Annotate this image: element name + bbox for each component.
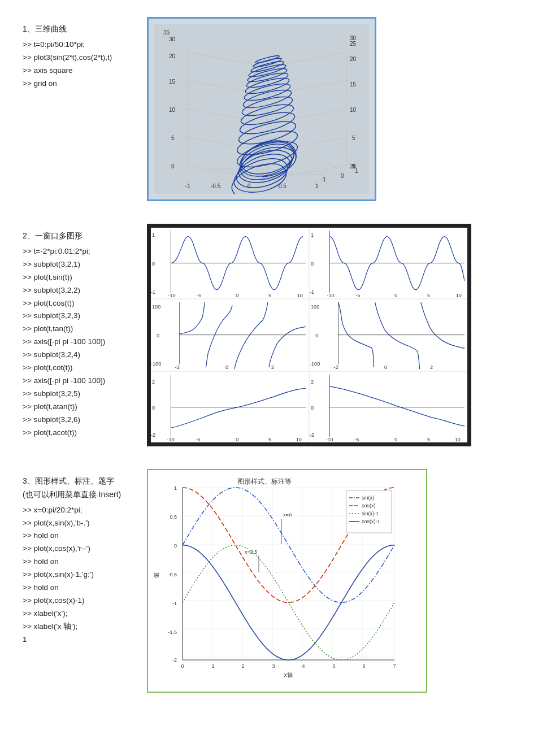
svg-text:-0.5: -0.5	[168, 572, 177, 577]
svg-text:-1: -1	[321, 176, 326, 183]
svg-text:-5: -5	[197, 293, 201, 298]
svg-text:0: 0	[236, 293, 238, 298]
x-axis-label: x轴	[284, 672, 293, 678]
subplot-sin: 1 0 -1 -10 -5 0 5 10	[151, 228, 309, 298]
plot3-title: 图形样式、标注等	[237, 477, 292, 485]
page: 1、三维曲线 >> t=0:pi/50:10*pi; >> plot3(sin(…	[0, 0, 534, 732]
subplot-atan: 2 0 -2 -10 -5 0 5 10	[151, 372, 309, 442]
svg-text:35: 35	[163, 29, 170, 36]
svg-text:0: 0	[157, 333, 159, 338]
plot2-inner: 1 0 -1 -10 -5 0 5 10	[151, 228, 467, 442]
svg-text:10: 10	[297, 293, 303, 298]
section1-text: 1、三维曲线 >> t=0:pi/50:10*pi; >> plot3(sin(…	[23, 17, 147, 90]
svg-text:x=π: x=π	[283, 512, 292, 518]
cmd: >> hold on	[23, 555, 136, 568]
cmd: >> plot(t,cot(t))	[23, 362, 136, 375]
svg-text:0: 0	[236, 437, 238, 442]
cmd: >> xlabel('x');	[23, 607, 136, 620]
svg-text:30: 30	[350, 35, 357, 41]
cmd: >> plot(t,sin(t))	[23, 271, 136, 284]
svg-text:-10: -10	[327, 293, 334, 298]
svg-text:cos(x): cos(x)	[362, 503, 376, 509]
svg-text:-2: -2	[151, 432, 155, 437]
subplot-cot: 100 0 -100 -2 0 2	[310, 299, 467, 370]
cmd: >> axis([-pi pi -100 100])	[23, 336, 136, 349]
cmd: >> subplot(3,2,4)	[23, 349, 136, 362]
cmd: >> subplot(3,2,6)	[23, 414, 136, 427]
cmd: >> plot(t,cos(t))	[23, 297, 136, 310]
section3-text: 3、图形样式、标注、题字 (也可以利用菜单直接 Insert) >> x=0:p…	[23, 469, 147, 646]
svg-text:sin(x)-1: sin(x)-1	[362, 511, 379, 516]
y-axis-label: 值	[153, 572, 159, 578]
svg-text:10: 10	[455, 437, 461, 442]
svg-text:2: 2	[271, 364, 274, 370]
cmd: >> plot(t,tan(t))	[23, 323, 136, 336]
svg-text:-2: -2	[334, 364, 338, 370]
svg-text:5: 5	[171, 135, 175, 141]
svg-text:0: 0	[152, 405, 155, 410]
svg-text:0: 0	[152, 261, 155, 267]
cmd: >> plot(x,sin(x),'b-.')	[23, 517, 136, 530]
cmd: >> plot3(sin(2*t),cos(2*t),t)	[23, 51, 136, 64]
section1: 1、三维曲线 >> t=0:pi/50:10*pi; >> plot3(sin(…	[23, 17, 511, 201]
cmd: >> hold on	[23, 529, 136, 542]
svg-text:4: 4	[302, 663, 305, 669]
svg-text:-5: -5	[196, 437, 200, 442]
svg-text:-100: -100	[151, 361, 161, 367]
svg-text:-1: -1	[185, 183, 190, 189]
svg-text:5: 5	[268, 437, 271, 442]
cmd: >> axis([-pi pi -100 100])	[23, 375, 136, 388]
svg-text:0: 0	[174, 543, 177, 549]
svg-text:25: 25	[350, 41, 357, 47]
cmd: >> x=0:pi/20:2*pi;	[23, 504, 136, 517]
svg-text:10: 10	[456, 293, 462, 298]
section2-commands: >> t=-2*pi:0.01:2*pi; >> subplot(3,2,1) …	[23, 245, 136, 440]
svg-text:0: 0	[311, 261, 314, 267]
section2-title: 2、一窗口多图形	[23, 229, 136, 243]
svg-text:5: 5	[427, 293, 430, 298]
svg-text:0: 0	[225, 364, 228, 370]
svg-text:2: 2	[241, 663, 244, 669]
section3: 3、图形样式、标注、题字 (也可以利用菜单直接 Insert) >> x=0:p…	[23, 469, 511, 693]
cmd: >> plot(x,sin(x)-1,'g:')	[23, 568, 136, 581]
svg-text:20: 20	[169, 53, 176, 59]
svg-text:-1: -1	[151, 289, 155, 295]
subplot-cos: 1 0 -1 -10 -5 0 5 10	[310, 228, 467, 298]
cmd: >> t=-2*pi:0.01:2*pi;	[23, 245, 136, 258]
section2-plot: 1 0 -1 -10 -5 0 5 10	[147, 224, 511, 446]
cmd: >> subplot(3,2,2)	[23, 284, 136, 297]
svg-text:-5: -5	[354, 437, 359, 442]
cmd: >> t=0:pi/50:10*pi;	[23, 38, 136, 51]
plot2-wrapper: 1 0 -1 -10 -5 0 5 10	[147, 224, 471, 446]
svg-text:-10: -10	[167, 437, 174, 442]
section3-plot: 图形样式、标注等	[147, 469, 511, 693]
svg-text:6: 6	[362, 663, 365, 669]
cmd: >> grid on	[23, 77, 136, 90]
svg-text:5: 5	[332, 663, 335, 669]
svg-text:-2: -2	[310, 432, 314, 437]
svg-text:2: 2	[152, 379, 155, 384]
svg-text:3: 3	[272, 663, 275, 669]
svg-text:0.5: 0.5	[170, 514, 177, 520]
svg-text:1: 1	[174, 485, 177, 491]
section3-title: 3、图形样式、标注、题字 (也可以利用菜单直接 Insert)	[23, 475, 136, 502]
svg-text:2: 2	[430, 364, 433, 370]
subplot-tan: 100 0 -100 -2 0 2	[151, 299, 309, 370]
svg-text:100: 100	[311, 304, 319, 310]
svg-text:7: 7	[393, 663, 396, 669]
svg-text:2: 2	[311, 379, 314, 384]
svg-text:x=2.5: x=2.5	[245, 549, 257, 555]
cmd: >> xlabel('x 轴');	[23, 620, 136, 633]
svg-text:10: 10	[169, 107, 176, 113]
svg-text:5: 5	[427, 437, 430, 442]
cmd: >> plot(t,acot(t))	[23, 427, 136, 440]
svg-text:0: 0	[171, 163, 175, 170]
svg-text:-100: -100	[310, 361, 320, 367]
svg-text:30: 30	[169, 36, 176, 42]
section1-commands: >> t=0:pi/50:10*pi; >> plot3(sin(2*t),co…	[23, 38, 136, 90]
svg-text:0: 0	[181, 663, 184, 669]
cmd: >> hold on	[23, 581, 136, 594]
svg-text:0: 0	[248, 183, 251, 189]
svg-text:10: 10	[296, 437, 302, 442]
plot3-wrapper: 图形样式、标注等	[147, 469, 427, 693]
